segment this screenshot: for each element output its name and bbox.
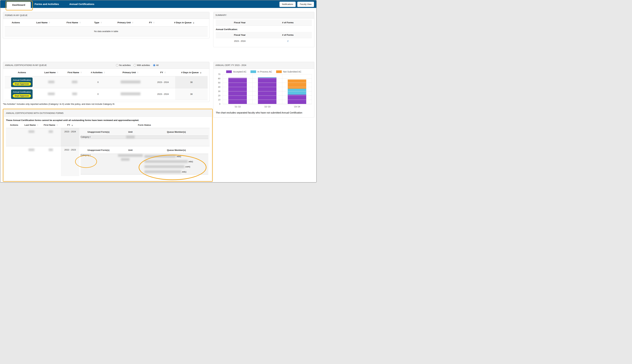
legend-item[interactable]: Not Submitted AC xyxy=(276,70,301,73)
col-last-name[interactable]: Last Name▲▼ xyxy=(27,19,59,26)
redacted-last-name[interactable] xyxy=(39,88,64,100)
panel-title: SUMMARY: xyxy=(216,12,227,18)
col-primary-unit[interactable]: Primary Unit▲▼ xyxy=(108,19,143,26)
col-first-name[interactable]: First Name▲▼ xyxy=(59,19,88,26)
dept-approver-badge: Dept Approver xyxy=(13,94,31,98)
notifications-button[interactable]: Notifications xyxy=(279,2,296,7)
col-days-in-queue[interactable]: # Days in Queue▲▼ xyxy=(175,69,208,76)
radio-with-activities[interactable] xyxy=(134,64,136,66)
y-tick-label: 50 xyxy=(218,82,220,84)
gridline xyxy=(223,96,312,96)
col-days-in-queue[interactable]: # Days in Queue▲▼ xyxy=(161,19,208,26)
annual-certification-button[interactable]: Annual CertificationDept Approver xyxy=(11,90,33,99)
col-fy[interactable]: FY▲▼ xyxy=(61,122,79,128)
y-tick-label: 0 xyxy=(219,103,220,105)
sort-icon: ▲▼ xyxy=(80,72,82,74)
queue-member: .edu) xyxy=(144,159,208,164)
col-fy[interactable]: FY▲▼ xyxy=(151,69,175,76)
outstanding-table: Actions Last Name▲▼ First Name▲▼ FY▲▼ Fo… xyxy=(6,122,209,176)
queue-member: .edu) xyxy=(144,154,208,159)
sort-icon: ▲▼ xyxy=(79,22,81,24)
filter-with-activities[interactable]: With activities xyxy=(134,62,150,68)
y-tick-label: 10 xyxy=(218,99,220,101)
queue-member: .com) xyxy=(144,164,208,169)
redacted-last-name xyxy=(22,146,41,176)
redacted-unit xyxy=(116,136,144,139)
top-navbar: Forms and Activities Annual Certificatio… xyxy=(0,0,316,8)
num-forms-link[interactable]: 2 xyxy=(264,38,312,44)
redacted-first-name[interactable] xyxy=(64,88,86,100)
panel-title: ANNUAL CERTIFICATIONS IN MY QUEUE xyxy=(5,62,47,68)
nested-form-status-table: Unapproved Form(s) Unit Queue Member(s) … xyxy=(81,129,208,139)
col-last-name[interactable]: Last Name▲▼ xyxy=(22,122,41,128)
col-unit: Unit xyxy=(116,147,144,154)
y-tick-label: 70 xyxy=(218,73,220,76)
tab-dashboard[interactable]: Dashboard xyxy=(7,2,31,8)
bar-segment xyxy=(288,80,306,89)
redacted-first-name[interactable] xyxy=(64,76,86,88)
col-first-name[interactable]: First Name▲▼ xyxy=(41,122,61,128)
queue-members-cell xyxy=(144,136,208,139)
faculty-view-button[interactable]: Faculty View xyxy=(297,2,314,7)
filter-no-activities[interactable]: No activities xyxy=(116,62,131,68)
y-tick-label: 30 xyxy=(218,90,220,92)
num-activities-value: 0 xyxy=(86,76,110,88)
forms-in-my-queue-panel: FORMS IN MY QUEUE Actions Last Name▲▼ Fi… xyxy=(3,12,209,38)
sort-icon-desc-active: ▲▼ xyxy=(71,124,73,126)
sort-icon: ▲▼ xyxy=(153,22,154,24)
col-first-name[interactable]: First Name▲▼ xyxy=(64,69,86,76)
redacted-last-name[interactable] xyxy=(39,76,64,88)
stacked-bar-chart: 010203040506070 '21-'22'22-'23'23-'24 xyxy=(214,74,314,109)
col-type[interactable]: Type▲▼ xyxy=(88,19,108,26)
col-fiscal-year: Fiscal Year xyxy=(216,32,264,38)
redacted-primary-unit[interactable] xyxy=(110,76,151,88)
chart-plot xyxy=(223,74,312,104)
col-fy[interactable]: FY▲▼ xyxy=(143,19,161,26)
bar-segment xyxy=(228,78,247,104)
legend-swatch xyxy=(251,70,256,73)
bar-segment xyxy=(258,78,277,104)
ac-in-my-queue-header: ANNUAL CERTIFICATIONS IN MY QUEUE No act… xyxy=(3,62,209,69)
outstanding-forms-annotation-box: ANNUAL CERTIFICATIONS WITH OUTSTANDING F… xyxy=(3,109,213,182)
redacted-primary-unit[interactable] xyxy=(110,88,151,100)
table-row: 2022 - 2023 Unapproved Form(s) Unit Queu… xyxy=(6,146,209,176)
radio-all[interactable] xyxy=(153,64,155,66)
annual-certification-button[interactable]: Annual CertificationDept Approver xyxy=(11,78,33,87)
ac-in-my-queue-panel: ANNUAL CERTIFICATIONS IN MY QUEUE No act… xyxy=(3,62,209,102)
filter-all[interactable]: All xyxy=(153,62,158,68)
table-row: 2023 - 2024 Unapproved Form(s) Unit Queu… xyxy=(6,128,209,146)
chart-panel-header: ANNUAL CERT. FY 2023 - 2024 xyxy=(214,62,314,69)
num-activities-value: 0 xyxy=(86,88,110,100)
radio-no-activities[interactable] xyxy=(116,64,118,66)
fy-value: 2023 - 2024 xyxy=(151,76,175,88)
col-primary-unit[interactable]: Primary Unit▲▼ xyxy=(110,69,151,76)
tab-forms-and-activities[interactable]: Forms and Activities xyxy=(35,0,59,8)
legend-label: Not Submitted AC xyxy=(283,70,301,73)
unapproved-form-name: Category I xyxy=(81,136,116,139)
fiscal-year-value: 2023 - 2024 xyxy=(216,38,264,44)
legend-swatch xyxy=(276,70,282,73)
sort-icon: ▲▼ xyxy=(57,124,58,126)
chart-caption: The chart excludes separated faculty who… xyxy=(216,111,312,114)
summary-panel: SUMMARY: Fiscal Year # of Forms Annual C… xyxy=(213,12,314,47)
col-unapproved-forms: Unapproved Form(s) xyxy=(81,147,116,154)
col-unit: Unit xyxy=(116,129,144,136)
chart-legend: Accepted ACIn Process ACNot Submitted AC xyxy=(214,70,314,73)
sort-icon: ▲▼ xyxy=(57,72,58,74)
empty-table-message: No data available in table xyxy=(5,26,208,36)
no-activities-footnote: "No Activites" includes only reported ac… xyxy=(3,103,201,105)
fy-value: 2023 - 2024 xyxy=(61,128,79,146)
col-last-name[interactable]: Last Name▲▼ xyxy=(39,69,64,76)
days-in-queue-value: 38 xyxy=(175,76,208,88)
legend-item[interactable]: In Process AC xyxy=(251,70,272,73)
annual-cert-chart-panel: ANNUAL CERT. FY 2023 - 2024 Accepted ACI… xyxy=(213,62,314,118)
bar-segment xyxy=(288,95,306,104)
chart-y-axis: 010203040506070 xyxy=(214,74,222,104)
col-actions: Actions xyxy=(6,122,22,128)
col-num-activities[interactable]: # Activities▲▼ xyxy=(86,69,110,76)
col-unapproved-forms: Unapproved Form(s) xyxy=(81,129,116,136)
col-queue-members: Queue Member(s) xyxy=(144,147,208,154)
dept-approver-badge: Dept Approver xyxy=(13,82,31,86)
tab-annual-certifications[interactable]: Annual Certifications xyxy=(69,0,94,8)
legend-item[interactable]: Accepted AC xyxy=(226,70,247,73)
